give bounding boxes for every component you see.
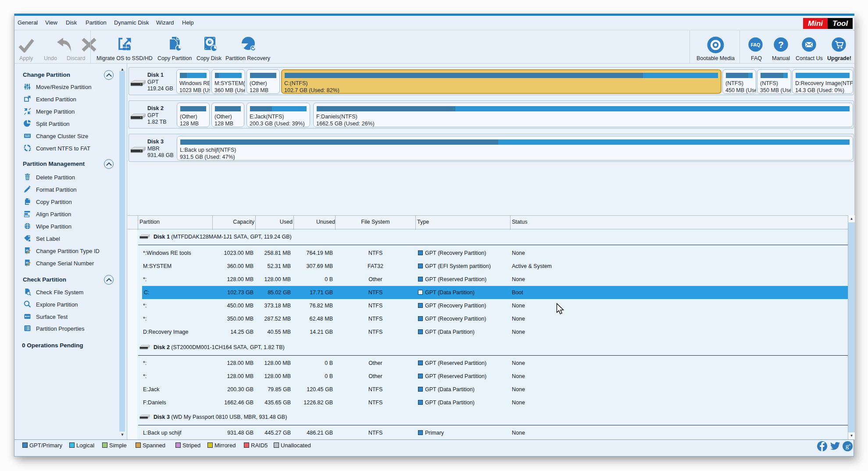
svg-text:?: ? bbox=[778, 39, 784, 50]
svg-text:FAQ: FAQ bbox=[751, 42, 761, 47]
svg-text:ID: ID bbox=[26, 249, 29, 252]
svg-text:+: + bbox=[848, 442, 851, 447]
svg-text:ID: ID bbox=[26, 261, 29, 264]
